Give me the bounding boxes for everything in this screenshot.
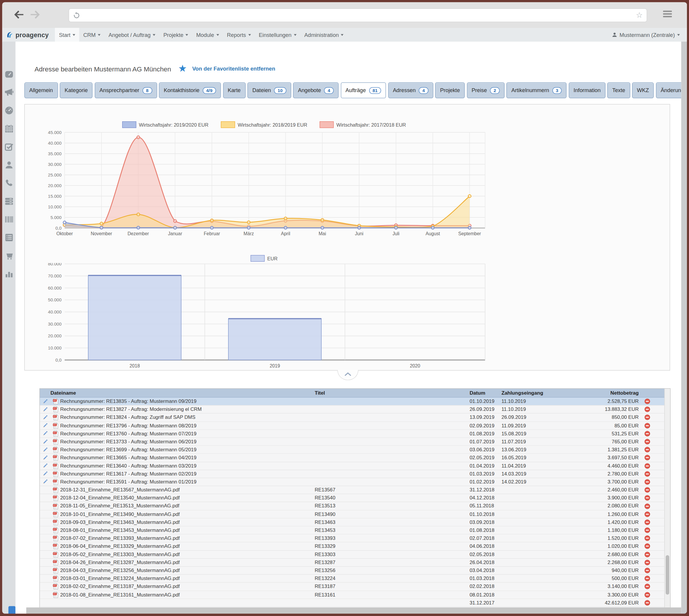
table-row[interactable]: Rechnungsnummer: RE13835 - Auftrag: Must…: [40, 398, 665, 405]
page-scrollbar[interactable]: [681, 42, 687, 614]
remove-icon[interactable]: [644, 584, 650, 590]
edit-pencil-icon[interactable]: [43, 399, 48, 404]
table-row[interactable]: 2018-12-31_Einnahme_RE13567_MustermannAG…: [40, 486, 665, 494]
table-row[interactable]: 2018-08-01_Einnahme_RE13453_MustermannAG…: [40, 527, 665, 534]
remove-favorite-link[interactable]: Von der Favoritenliste entfernen: [192, 66, 275, 72]
col-zahlungseingang[interactable]: Zahlungseingang: [502, 389, 595, 397]
table-row[interactable]: Rechnungsnummer: RE13796 - Auftrag: Must…: [40, 422, 665, 430]
gauge-icon[interactable]: [4, 106, 14, 115]
pdf-file-icon[interactable]: [52, 455, 59, 461]
tab-texte[interactable]: Texte: [607, 82, 630, 98]
table-row[interactable]: Rechnungsnummer: RE13617 - Auftrag: Must…: [40, 470, 665, 478]
tab-angebote[interactable]: Angebote4: [293, 82, 338, 98]
tab-adressen[interactable]: Adressen4: [388, 82, 433, 98]
edit-pencil-icon[interactable]: [43, 407, 48, 412]
pdf-file-icon[interactable]: [52, 438, 59, 445]
tab-karte[interactable]: Karte: [223, 82, 245, 98]
pdf-file-icon[interactable]: [52, 479, 59, 485]
calendar-icon[interactable]: [4, 124, 14, 133]
edit-pencil-icon[interactable]: [43, 439, 48, 444]
nav-item-projekte[interactable]: Projekte: [159, 28, 192, 42]
nav-item-angebot-auftrag[interactable]: Angebot / Auftrag: [105, 28, 159, 42]
table-row[interactable]: 31.12.201742.612,09 EUR: [40, 599, 665, 607]
bookmark-star-icon[interactable]: ☆: [636, 10, 643, 20]
horizontal-scrollbar[interactable]: [26, 608, 681, 614]
phone-icon[interactable]: [4, 179, 14, 188]
remove-icon[interactable]: [644, 576, 650, 581]
tab-projekte[interactable]: Projekte: [435, 82, 465, 98]
remove-icon[interactable]: [644, 543, 650, 549]
nav-item-crm[interactable]: CRM: [80, 28, 105, 42]
pdf-file-icon[interactable]: [52, 487, 59, 493]
forward-icon[interactable]: [30, 9, 41, 20]
table-row[interactable]: 2018-05-02_Einnahme_RE13303_MustermannAG…: [40, 550, 665, 558]
table-scrollbar[interactable]: [665, 389, 670, 608]
pdf-file-icon[interactable]: [52, 559, 59, 566]
table-row[interactable]: Rechnungsnummer: RE13699 - Auftrag: Must…: [40, 446, 665, 454]
table-row[interactable]: Rechnungsnummer: RE13827 - Auftrag: Mode…: [40, 405, 665, 414]
pdf-file-icon[interactable]: [52, 527, 59, 534]
tab-auftrage[interactable]: Aufträge81: [340, 82, 386, 98]
barcode-icon[interactable]: [4, 215, 14, 224]
list-icon[interactable]: [4, 233, 14, 242]
remove-icon[interactable]: [644, 519, 650, 525]
table-row[interactable]: 2018-03-01_Einnahme_RE13224_MustermannAG…: [40, 575, 665, 582]
pdf-file-icon[interactable]: [52, 567, 59, 574]
tab-preise[interactable]: Preise2: [467, 82, 505, 98]
remove-icon[interactable]: [644, 503, 650, 509]
edit-pencil-icon[interactable]: [43, 423, 48, 428]
table-row[interactable]: 2018-02-02_Einnahme_RE13187_MustermannAG…: [40, 582, 665, 591]
menu-icon[interactable]: [663, 10, 672, 19]
edit-pencil-icon[interactable]: [43, 479, 48, 485]
tab-kategorie[interactable]: Kategorie: [60, 82, 93, 98]
pdf-file-icon[interactable]: [52, 414, 59, 421]
cart-icon[interactable]: [4, 251, 14, 261]
edit-pencil-icon[interactable]: [43, 471, 48, 477]
pdf-file-icon[interactable]: [52, 495, 59, 502]
table-row[interactable]: 2018-04-03_Einnahme_RE13256_MustermannAG…: [40, 567, 665, 575]
table-row[interactable]: 2018-12-04_Einnahme_RE13540_MustermannAG…: [40, 494, 665, 502]
tab-kontakthistorie[interactable]: Kontakthistorie4/9: [159, 82, 221, 98]
nav-item-module[interactable]: Module: [192, 28, 223, 42]
remove-icon[interactable]: [644, 447, 650, 453]
nav-item-reports[interactable]: Reports: [223, 28, 254, 42]
pdf-file-icon[interactable]: [52, 446, 59, 453]
reload-icon[interactable]: [72, 11, 81, 19]
remove-icon[interactable]: [644, 592, 650, 598]
pdf-file-icon[interactable]: [52, 463, 59, 469]
remove-icon[interactable]: [644, 431, 650, 437]
table-row[interactable]: 2018-01-08_Einnahme_RE13161_MustermannAG…: [40, 591, 665, 599]
tab-artikelnummern[interactable]: Artikelnummern3: [506, 82, 566, 98]
edit-pencil-icon[interactable]: [43, 447, 48, 453]
table-row[interactable]: Rechnungsnummer: RE13760 - Auftrag: Must…: [40, 430, 665, 438]
contact-icon[interactable]: [4, 160, 14, 170]
edit-pencil-icon[interactable]: [43, 455, 48, 460]
tab-ansprechpartner[interactable]: Ansprechpartner8: [95, 82, 157, 98]
pdf-file-icon[interactable]: [52, 583, 59, 590]
pdf-file-icon[interactable]: [52, 535, 59, 542]
remove-icon[interactable]: [644, 600, 650, 606]
brand-logo[interactable]: proagency: [6, 31, 49, 39]
remove-icon[interactable]: [644, 423, 650, 428]
remove-icon[interactable]: [644, 463, 650, 469]
remove-icon[interactable]: [644, 398, 650, 404]
remove-icon[interactable]: [644, 511, 650, 517]
server-icon[interactable]: [4, 197, 14, 206]
nav-item-start[interactable]: Start: [55, 28, 79, 42]
megaphone-icon[interactable]: [4, 88, 14, 97]
edit-pencil-icon[interactable]: [43, 431, 48, 436]
remove-icon[interactable]: [644, 487, 650, 493]
col-dateiname[interactable]: Dateiname: [50, 389, 315, 397]
edit-pencil-icon[interactable]: [43, 415, 48, 420]
pdf-file-icon[interactable]: [52, 398, 59, 405]
table-row[interactable]: Rechnungsnummer: RE13824 - Auftrag: Zugr…: [40, 414, 665, 422]
table-row[interactable]: Rechnungsnummer: RE13733 - Auftrag: Must…: [40, 438, 665, 446]
remove-icon[interactable]: [644, 455, 650, 461]
collapse-panel-button[interactable]: [337, 370, 358, 380]
col-datum[interactable]: Datum: [470, 389, 502, 397]
table-row[interactable]: Rechnungsnummer: RE13591 - Auftrag: Must…: [40, 478, 665, 486]
remove-icon[interactable]: [644, 568, 650, 573]
remove-icon[interactable]: [644, 406, 650, 412]
table-row[interactable]: 2018-09-03_Einnahme_RE13463_MustermannAG…: [40, 518, 665, 526]
scale-icon[interactable]: [4, 70, 14, 79]
